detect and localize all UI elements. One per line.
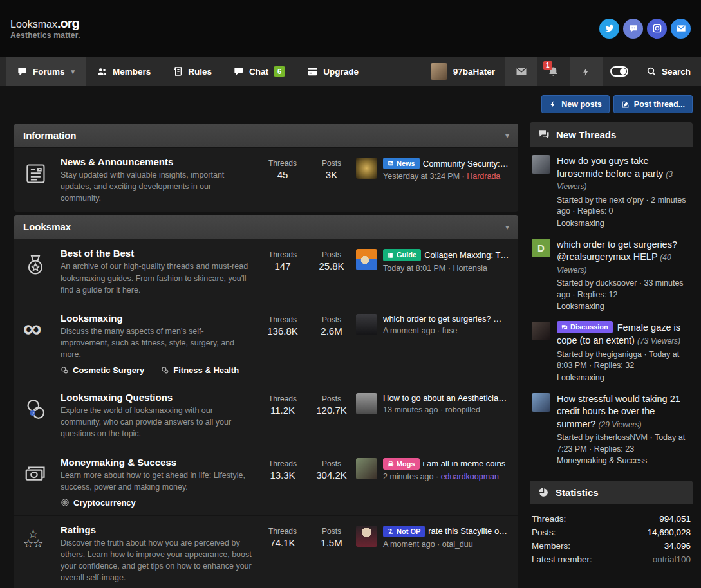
statistics-header: Statistics xyxy=(530,481,693,504)
latest-thread-title[interactable]: which order to get surgeries? @realsu... xyxy=(383,314,509,324)
latest-thread-user[interactable]: eduardkoopman xyxy=(441,472,499,481)
email-icon[interactable] xyxy=(671,19,691,39)
nav-chat[interactable]: Chat 6 xyxy=(223,57,296,86)
posts-stat: Posts25.8K xyxy=(307,248,356,295)
subforum-cosmetic-surgery[interactable]: Cosmetic Surgery xyxy=(61,365,144,375)
avatar xyxy=(532,322,550,340)
nav-members[interactable]: Members xyxy=(86,57,162,86)
avatar[interactable] xyxy=(356,314,377,335)
new-thread-item[interactable]: D which order to get surgeries? @realsur… xyxy=(530,230,693,314)
site-logo[interactable]: Looksmax.org Aesthetics matter. xyxy=(10,17,98,40)
alerts-button[interactable]: 1 xyxy=(537,57,570,86)
latest-thread-title[interactable]: rate this Stacylite on tiktok xyxy=(428,526,509,536)
forum-title[interactable]: News & Announcements xyxy=(61,156,252,167)
thread-title[interactable]: How stressful would taking 21 credit hou… xyxy=(557,393,691,431)
avatar[interactable] xyxy=(356,393,377,414)
latest-thread-user[interactable]: otal_duu xyxy=(442,540,473,549)
avatar[interactable] xyxy=(356,249,377,270)
thread-meta: Started by thegiganigga · Today at 8:03 … xyxy=(557,349,691,372)
instagram-icon[interactable] xyxy=(647,19,667,39)
new-posts-button-icon[interactable] xyxy=(570,57,603,86)
site-header: Looksmax.org Aesthetics matter. xyxy=(0,0,701,57)
threads-stat: Threads45 xyxy=(258,156,307,204)
threads-stat: Threads11.2K xyxy=(258,392,307,439)
twitter-icon[interactable] xyxy=(599,19,619,39)
discussion-badge: Discussion xyxy=(557,321,613,333)
search-label: Search xyxy=(662,67,691,77)
forum-title[interactable]: Best of the Best xyxy=(61,248,252,259)
viewers-count: (29 Viewers) xyxy=(598,420,641,429)
thread-forum[interactable]: Looksmaxing xyxy=(557,219,691,228)
forum-row-looksmaxing[interactable]: ∞ Looksmaxing Discuss the many aspects o… xyxy=(14,304,518,383)
subforum-fitness-health[interactable]: Fitness & Health xyxy=(161,365,239,375)
latest-thread-title[interactable]: Community Security: Enable... xyxy=(423,159,509,169)
thread-forum[interactable]: Looksmaxing xyxy=(557,373,691,382)
thread-title[interactable]: Discussion Female gaze is cope (to an ex… xyxy=(557,322,691,347)
theme-toggle[interactable] xyxy=(603,57,636,86)
forum-row-best-of-the-best[interactable]: Best of the Best An archive of our high-… xyxy=(14,239,518,303)
new-thread-item[interactable]: Discussion Female gaze is cope (to an ex… xyxy=(530,313,693,384)
forum-title[interactable]: Moneymaking & Success xyxy=(61,457,252,468)
new-threads-widget: New Threads How do you guys take furosem… xyxy=(530,122,693,468)
forum-description: Discover the truth about how you are per… xyxy=(61,537,252,584)
latest-member-link[interactable]: ontrial100 xyxy=(653,555,691,564)
statistics-widget: Statistics Threads:994,051 Posts:14,690,… xyxy=(530,481,693,570)
chat-bubbles-icon xyxy=(538,129,550,140)
new-thread-item[interactable]: How stressful would taking 21 credit hou… xyxy=(530,385,693,468)
logo-tld: .org xyxy=(57,16,79,30)
thread-title[interactable]: which order to get surgeries? @realsurge… xyxy=(557,239,691,277)
linked-circles-icon xyxy=(61,366,69,374)
nav-upgrade[interactable]: Upgrade xyxy=(296,57,369,86)
new-posts-button[interactable]: New posts xyxy=(541,95,610,113)
latest-post: Not OP rate this Stacylite on tiktok A m… xyxy=(356,524,509,588)
nav-forums[interactable]: Forums ▾ xyxy=(6,57,86,86)
latest-thread-user[interactable]: Hortensia xyxy=(453,264,487,273)
thread-forum[interactable]: Moneymaking & Success xyxy=(557,456,691,465)
posts-stat: Posts304.2K xyxy=(307,457,356,508)
question-circles-icon: ? xyxy=(23,392,61,439)
avatar[interactable] xyxy=(356,526,377,547)
chevron-down-icon[interactable]: ▾ xyxy=(505,223,509,232)
skull-icon: ☠ xyxy=(388,459,394,468)
forum-row-ratings[interactable]: ☆☆☆ Ratings Discover the truth about how… xyxy=(14,515,518,588)
inbox-button[interactable] xyxy=(505,57,537,86)
forum-title[interactable]: Ratings xyxy=(61,524,252,535)
forum-row-moneymaking-success[interactable]: Moneymaking & Success Learn more about h… xyxy=(14,448,518,515)
avatar[interactable] xyxy=(356,458,377,479)
forum-title[interactable]: Looksmaxing xyxy=(61,313,252,324)
forum-title[interactable]: Looksmaxing Questions xyxy=(61,392,252,403)
subforum-cryptocurrency[interactable]: B Cryptocurrency xyxy=(61,498,136,508)
post-thread-button[interactable]: Post thread... xyxy=(613,95,693,113)
latest-thread-title[interactable]: i am all in meme coins xyxy=(423,459,506,468)
bitcoin-icon: B xyxy=(61,498,70,507)
forum-row-news-announcements[interactable]: News & Announcements Stay updated with v… xyxy=(14,147,518,212)
category-header[interactable]: Information ▾ xyxy=(14,124,518,147)
latest-thread-title[interactable]: Collagen Maxxing: The Evid... xyxy=(424,250,509,260)
stat-threads: Threads:994,051 xyxy=(532,512,691,526)
latest-thread-title[interactable]: How to go about an Aesthetician or P... xyxy=(383,393,509,403)
latest-thread-meta: Today at 8:01 PM · Hortensia xyxy=(383,264,509,273)
thread-title[interactable]: How do you guys take furosemide before a… xyxy=(557,155,691,193)
latest-thread-user[interactable]: Hardrada xyxy=(467,172,500,181)
avatar[interactable] xyxy=(356,158,377,179)
user-menu[interactable]: 97baHater xyxy=(420,57,505,86)
thread-forum[interactable]: Looksmaxing xyxy=(557,302,691,311)
search-button[interactable]: Search xyxy=(636,57,701,86)
newspaper-icon xyxy=(23,156,61,204)
latest-thread-meta: 13 minutes ago · robopilled xyxy=(383,405,509,414)
discord-icon[interactable] xyxy=(623,19,643,39)
social-links xyxy=(599,19,691,39)
chevron-down-icon[interactable]: ▾ xyxy=(505,131,509,140)
toggle-icon xyxy=(610,66,628,77)
nav-rules[interactable]: Rules xyxy=(162,57,223,86)
latest-thread-user[interactable]: fuse xyxy=(442,326,458,335)
forum-row-looksmaxing-questions[interactable]: ? Looksmaxing Questions Explore the worl… xyxy=(14,383,518,447)
category-header[interactable]: Looksmax ▾ xyxy=(14,215,518,239)
new-threads-header: New Threads xyxy=(530,122,693,147)
latest-thread-user[interactable]: robopilled xyxy=(445,405,480,414)
posts-stat: Posts1.5M xyxy=(307,524,356,588)
new-thread-item[interactable]: How do you guys take furosemide before a… xyxy=(530,147,693,230)
forum-description: Learn more about how to get ahead in lif… xyxy=(61,470,252,493)
widget-title: New Threads xyxy=(556,129,616,140)
mogs-badge: ☠Mogs xyxy=(383,458,420,470)
